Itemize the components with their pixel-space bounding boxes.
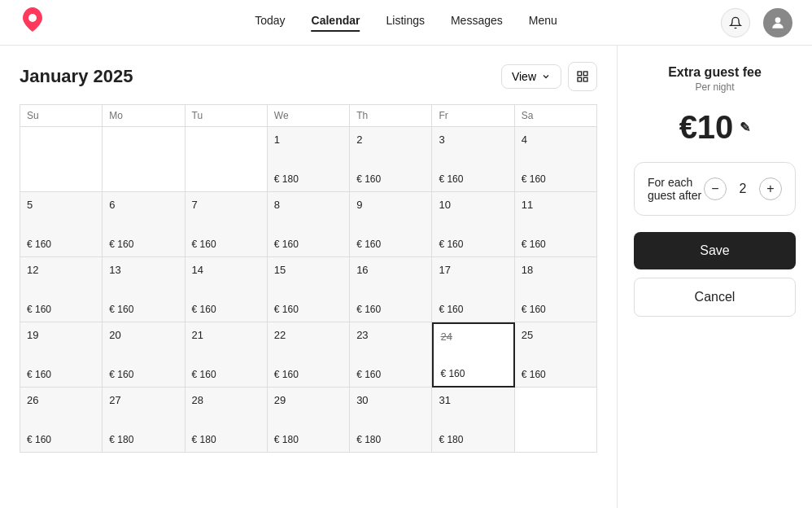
svg-rect-3 — [578, 77, 582, 81]
day-price: € 160 — [522, 369, 590, 380]
day-number: 25 — [522, 329, 590, 341]
day-number: 22 — [274, 329, 343, 341]
day-price: € 160 — [109, 304, 177, 315]
day-price: € 160 — [274, 239, 343, 250]
calendar-cell[interactable]: 17€ 160 — [432, 257, 514, 322]
day-number: 5 — [27, 199, 95, 211]
nav-listings[interactable]: Listings — [386, 14, 424, 32]
avatar[interactable] — [763, 8, 792, 37]
day-number: 29 — [274, 394, 343, 406]
nav-today[interactable]: Today — [255, 14, 285, 32]
calendar-cell[interactable]: 21€ 160 — [186, 322, 268, 388]
day-header: Su — [20, 105, 103, 127]
calendar-cell[interactable]: 22€ 160 — [268, 322, 350, 388]
calendar-cell[interactable]: 9€ 160 — [350, 192, 432, 257]
calendar-cell[interactable]: 19€ 160 — [20, 322, 103, 388]
day-header: Th — [350, 105, 432, 127]
bell-icon — [729, 16, 742, 29]
save-button[interactable]: Save — [634, 232, 796, 269]
calendar-cell[interactable]: 14€ 160 — [186, 257, 268, 322]
day-header: We — [268, 105, 350, 127]
calendar-header: January 2025 View — [20, 62, 597, 91]
price-value: €10 — [679, 109, 734, 146]
calendar-cell[interactable]: 16€ 160 — [350, 257, 432, 322]
day-price: € 160 — [192, 369, 260, 380]
calendar-cell[interactable]: 4€ 160 — [515, 127, 597, 192]
right-panel: Extra guest fee Per night €10 ✎ For each… — [617, 46, 812, 508]
cancel-button[interactable]: Cancel — [634, 278, 796, 317]
day-number: 9 — [356, 199, 425, 211]
nav-calendar[interactable]: Calendar — [312, 14, 360, 32]
calendar-cell[interactable]: 1€ 180 — [268, 127, 350, 192]
day-price: € 180 — [274, 434, 343, 445]
day-price: € 160 — [439, 173, 507, 185]
nav-menu[interactable]: Menu — [529, 14, 557, 32]
calendar-cell[interactable]: 10€ 160 — [432, 192, 514, 257]
day-price: € 160 — [522, 173, 590, 185]
day-number: 6 — [109, 199, 177, 211]
logo-icon — [20, 7, 46, 38]
calendar-cell — [186, 127, 268, 192]
view-button[interactable]: View — [501, 64, 561, 89]
day-price: € 160 — [27, 369, 95, 380]
calendar-cell[interactable]: 2€ 160 — [350, 127, 432, 192]
price-display: €10 ✎ — [634, 109, 796, 146]
day-price: € 160 — [356, 173, 425, 185]
calendar-cell[interactable]: 31€ 180 — [432, 388, 514, 453]
calendar-cell[interactable]: 23€ 160 — [350, 322, 432, 388]
edit-price-button[interactable]: ✎ — [740, 120, 750, 135]
calendar-cell[interactable]: 7€ 160 — [186, 192, 268, 257]
day-number: 16 — [356, 264, 425, 276]
stepper-minus-button[interactable]: − — [704, 177, 727, 200]
stepper-plus-button[interactable]: + — [759, 177, 782, 200]
calendar-cell[interactable]: 5€ 160 — [20, 192, 103, 257]
day-price: € 160 — [439, 239, 507, 250]
calendar-cell[interactable]: 15€ 160 — [268, 257, 350, 322]
calendar-title: January 2025 — [20, 66, 133, 87]
svg-rect-4 — [583, 77, 587, 81]
calendar-cell[interactable]: 12€ 160 — [20, 257, 103, 322]
day-number: 30 — [356, 394, 425, 406]
calendar-cell[interactable]: 26€ 160 — [20, 388, 103, 453]
day-price: € 180 — [356, 434, 425, 445]
day-price: € 160 — [356, 239, 425, 250]
day-price: € 160 — [439, 304, 507, 315]
day-header: Tu — [186, 105, 268, 127]
calendar-area: January 2025 View SuMoTuWeThFrSa1€ 1802€… — [0, 46, 617, 508]
day-price: € 160 — [522, 239, 590, 250]
day-number: 31 — [439, 394, 507, 406]
calendar-cell[interactable]: 29€ 180 — [268, 388, 350, 453]
day-price: € 180 — [192, 434, 260, 445]
chevron-down-icon — [541, 72, 551, 81]
calendar-cell[interactable]: 18€ 160 — [515, 257, 597, 322]
stepper-value: 2 — [736, 182, 749, 196]
calendar-cell[interactable]: 24€ 160 — [432, 322, 514, 388]
calendar-cell — [103, 127, 185, 192]
day-number: 2 — [356, 134, 425, 146]
calendar-cell[interactable]: 28€ 180 — [186, 388, 268, 453]
day-number: 27 — [109, 394, 177, 406]
calendar-cell[interactable]: 25€ 160 — [515, 322, 597, 388]
calendar-cell[interactable]: 11€ 160 — [515, 192, 597, 257]
svg-point-0 — [775, 17, 781, 23]
calendar-cell[interactable]: 6€ 160 — [103, 192, 185, 257]
notification-button[interactable] — [721, 8, 750, 37]
calendar-cell[interactable]: 3€ 160 — [432, 127, 514, 192]
panel-title: Extra guest fee — [634, 65, 796, 80]
day-number: 12 — [27, 264, 95, 276]
nav-links: Today Calendar Listings Messages Menu — [255, 14, 557, 32]
day-price: € 160 — [27, 434, 95, 445]
calendar-cell[interactable]: 8€ 160 — [268, 192, 350, 257]
calendar-cell[interactable]: 13€ 160 — [103, 257, 185, 322]
calendar-cell — [20, 127, 103, 192]
day-number: 26 — [27, 394, 95, 406]
calendar-cell[interactable]: 30€ 180 — [350, 388, 432, 453]
grid-icon — [576, 70, 589, 83]
calendar-cell[interactable]: 27€ 180 — [103, 388, 185, 453]
day-number: 13 — [109, 264, 177, 276]
nav-messages[interactable]: Messages — [451, 14, 503, 32]
day-price: € 160 — [356, 304, 425, 315]
calendar-cell — [515, 388, 597, 453]
calendar-cell[interactable]: 20€ 160 — [103, 322, 185, 388]
grid-view-button[interactable] — [568, 62, 597, 91]
